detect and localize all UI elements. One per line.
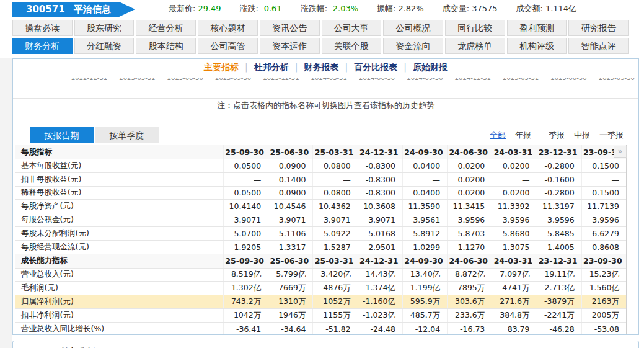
value-cell: 5.0922 <box>313 227 358 240</box>
nav-tab[interactable]: 关联个股 <box>322 38 382 54</box>
value-cell: 13.40亿 <box>403 269 448 282</box>
value-cell: 10.4140 <box>224 200 268 213</box>
value-cell: 4741万 <box>492 282 537 295</box>
next-columns-button[interactable]: » <box>614 146 627 158</box>
indicator-label[interactable]: 每股公积金(元) <box>15 213 224 226</box>
subnav-link[interactable]: 杜邦分析 <box>254 62 289 72</box>
table-row: 毛利润(元)1.302亿7669万4876万1.374亿1.199亿7895万4… <box>15 282 626 295</box>
clipped-chart-strip: 2022-12-312023-03-312023-06-302023-09-30… <box>13 78 638 99</box>
value-cell: 19.11亿 <box>537 269 582 282</box>
value-cell: -36.41 <box>224 323 268 334</box>
axis-date-label: 2025-03-31 <box>503 78 539 81</box>
value-cell: 6.6279 <box>582 227 626 240</box>
date-header-cell: 23-12-31 <box>537 254 582 268</box>
nav-tab[interactable]: 公司高管 <box>198 38 258 54</box>
axis-date-label: 2023-03-31 <box>119 78 155 81</box>
value-cell: 4876万 <box>313 282 358 295</box>
value-cell: 10.4546 <box>268 200 313 213</box>
value-cell: -53.08 <box>582 323 626 334</box>
subnav-link[interactable]: 财务报表 <box>304 62 339 72</box>
value-cell: -46.28 <box>537 323 582 334</box>
nav-tab[interactable]: 核心题材 <box>198 20 258 36</box>
indicator-label[interactable]: 稀释每股收益(元) <box>15 187 224 200</box>
nav-tab[interactable]: 智能点评 <box>568 38 629 54</box>
nav-tab[interactable]: 经营分析 <box>136 20 196 36</box>
nav-tab[interactable]: 研究报告 <box>568 20 629 36</box>
nav-tab[interactable]: 公司概况 <box>383 20 443 36</box>
date-header-cell: 25-03-31 <box>313 145 358 159</box>
date-header-cell: 25-06-30 <box>268 145 313 159</box>
value-cell: 0.0200 <box>448 173 492 186</box>
axis-date-label: 2024-12-31 <box>455 78 491 81</box>
date-header-cell: 24-03-31 <box>492 254 537 268</box>
nav-tab[interactable]: 财务分析 <box>12 38 73 54</box>
stat-value: -2.03% <box>330 4 358 13</box>
value-cell: 0.1400 <box>268 173 313 186</box>
value-cell: 5.8912 <box>403 227 448 240</box>
nav-tab[interactable]: 公司大事 <box>322 20 382 36</box>
table-row: 稀释每股收益(元)0.05000.09000.0800-0.83000.0400… <box>15 187 626 200</box>
stat-label: 成交额: <box>516 4 542 13</box>
report-filter-link[interactable]: 年报 <box>515 130 531 141</box>
value-cell: 0.0400 <box>403 159 448 172</box>
indicator-label[interactable]: 基本每股收益(元) <box>15 159 224 172</box>
value-cell: 11.3415 <box>448 200 492 213</box>
table-row: 每股未分配利润(元)5.07005.11065.09225.01685.8912… <box>15 227 626 241</box>
value-cell: 2005万 <box>582 309 626 322</box>
nav-tab[interactable]: 股东研究 <box>74 20 135 36</box>
date-header-cell: 24-06-30 <box>448 145 492 159</box>
table-row: 营业总收入(元)8.519亿5.799亿3.420亿14.43亿13.40亿8.… <box>15 269 626 282</box>
nav-tab[interactable]: 股本结构 <box>136 38 196 54</box>
indicator-label[interactable]: 营业总收入(元) <box>15 269 224 282</box>
indicator-label[interactable]: 毛利润(元) <box>15 282 224 295</box>
indicator-label[interactable]: 每股未分配利润(元) <box>15 227 224 240</box>
report-filter-link[interactable]: 中报 <box>574 130 590 141</box>
nav-tab[interactable]: 资讯公告 <box>260 20 320 36</box>
stat-value: -0.61 <box>261 4 282 13</box>
nav-tab[interactable]: 操盘必读 <box>12 20 73 36</box>
subnav-link[interactable]: 百分比报表 <box>354 62 397 72</box>
indicator-label[interactable]: 每股经营现金流(元) <box>15 241 224 254</box>
indicator-label[interactable]: 归属净利润(元) <box>15 295 224 308</box>
subnav-separator: | <box>345 62 348 72</box>
value-cell: -2241万 <box>537 309 582 322</box>
value-cell: 1.560亿 <box>582 282 626 295</box>
value-cell: 7669万 <box>268 282 313 295</box>
report-filter-link[interactable]: 三季报 <box>540 130 565 141</box>
stock-banner: 300571平治信息 <box>12 2 135 17</box>
report-filter-link[interactable]: 全部 <box>490 130 506 141</box>
report-filter-link[interactable]: 一季报 <box>599 130 624 141</box>
indicator-label[interactable]: 营业总收入同比增长(%) <box>15 323 224 334</box>
date-header-cell: 24-06-30 <box>448 254 492 268</box>
value-cell: 1310万 <box>268 295 313 308</box>
subnav-link[interactable]: 主要指标 <box>204 62 239 72</box>
value-cell: 5.799亿 <box>268 269 313 282</box>
period-toggle-button[interactable]: 按单季度 <box>95 127 159 143</box>
indicator-table: 每股指标25-09-3025-06-3025-03-3124-12-3124-0… <box>15 145 627 334</box>
section-title: 成长能力指标 <box>15 254 224 268</box>
nav-tab[interactable]: 分红融资 <box>74 38 135 54</box>
nav-tab[interactable]: 龙虎榜单 <box>445 38 505 54</box>
subnav-separator: | <box>245 62 248 72</box>
nav-tab[interactable]: 资金流向 <box>383 38 443 54</box>
indicator-label[interactable]: 扣非每股收益(元) <box>15 173 224 186</box>
value-cell: 10.3608 <box>358 200 403 213</box>
subnav-separator: | <box>295 62 298 72</box>
value-cell: 0.0800 <box>313 187 358 200</box>
value-cell: 233.6万 <box>448 309 492 322</box>
nav-tab[interactable]: 资本运作 <box>260 38 320 54</box>
period-toggle-group: 按报告期按单季度 <box>30 127 159 143</box>
indicator-label[interactable]: 扣非净利润(元) <box>15 309 224 322</box>
period-toggle-button[interactable]: 按报告期 <box>30 127 94 143</box>
stock-name: 平治信息 <box>74 4 111 15</box>
value-cell: 0.0200 <box>448 159 492 172</box>
nav-tab[interactable]: 同行比较 <box>445 20 505 36</box>
indicator-label[interactable]: 每股净资产(元) <box>15 200 224 213</box>
subnav-link[interactable]: 原始财报 <box>413 62 448 72</box>
date-header-cell: 24-03-31 <box>492 145 537 159</box>
value-cell: — <box>224 173 268 186</box>
nav-tab[interactable]: 机构评级 <box>507 38 567 54</box>
nav-tab[interactable]: 盈利预测 <box>507 20 567 36</box>
value-cell: 0.0500 <box>224 187 268 200</box>
dupont-section-panel: 杜邦分析 <box>12 341 639 348</box>
